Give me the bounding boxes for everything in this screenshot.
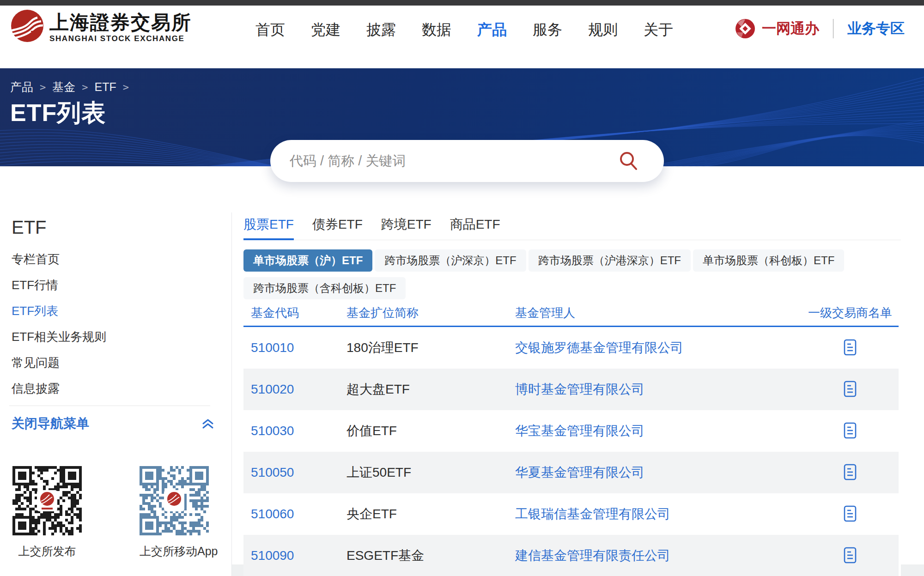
sidebar-menu: 专栏首页ETF行情ETF列表ETF相关业务规则常见问题信息披露	[12, 246, 213, 401]
qr-image	[12, 466, 82, 535]
dealer-list-cell	[802, 545, 899, 567]
sidebar-item-6[interactable]: 信息披露	[12, 376, 213, 401]
fund-manager-link[interactable]: 博时基金管理有限公司	[515, 381, 802, 398]
document-list-icon	[844, 547, 857, 564]
breadcrumb-item[interactable]: 产品	[10, 79, 33, 95]
dealer-list-cell	[802, 337, 899, 359]
fund-manager-link[interactable]: 华夏基金管理有限公司	[515, 464, 802, 481]
tab-3[interactable]: 跨境ETF	[381, 210, 432, 240]
table-row: 510020超大盘ETF博时基金管理有限公司	[243, 369, 899, 410]
document-list-icon	[844, 422, 857, 439]
document-list-icon	[844, 464, 857, 480]
dealer-list-button[interactable]	[842, 420, 858, 442]
page-title: ETF列表	[10, 97, 106, 129]
nav-item-3[interactable]: 披露	[366, 19, 396, 40]
fund-code-link[interactable]: 510090	[251, 548, 346, 563]
filter-button-1[interactable]: 单市场股票（沪）ETF	[243, 249, 372, 272]
dealer-list-button[interactable]	[842, 337, 858, 359]
sse-logo[interactable]: 上海證券交易所 SHANGHAI STOCK EXCHANGE	[11, 9, 192, 43]
document-list-icon	[844, 381, 857, 397]
nav-item-2[interactable]: 党建	[311, 19, 340, 40]
filter-button-5[interactable]: 跨市场股票（含科创板）ETF	[243, 277, 406, 299]
column-header-3: 基金管理人	[515, 305, 802, 321]
breadcrumb-separator: >	[82, 81, 88, 93]
search-bar	[270, 140, 664, 182]
qr-code-wechat: 上交所发布	[12, 466, 82, 559]
nav-item-8[interactable]: 关于	[644, 19, 673, 40]
fund-manager-link[interactable]: 建信基金管理有限责任公司	[515, 547, 802, 564]
filter-button-2[interactable]: 跨市场股票（沪深京）ETF	[375, 249, 526, 272]
nav-item-5[interactable]: 产品	[477, 19, 507, 40]
fund-name: 价值ETF	[346, 422, 515, 440]
table-body: 510010180治理ETF交银施罗德基金管理有限公司510020超大盘ETF博…	[243, 327, 899, 576]
breadcrumb-item[interactable]: 基金	[52, 79, 75, 95]
sse-logo-icon	[11, 9, 44, 42]
search-icon	[618, 150, 640, 172]
dealer-list-button[interactable]	[842, 545, 858, 567]
fund-manager-link[interactable]: 交银施罗德基金管理有限公司	[515, 339, 802, 357]
table-row: 510090ESGETF基金建信基金管理有限责任公司	[243, 535, 899, 576]
fund-code-link[interactable]: 510010	[251, 340, 346, 355]
dealer-list-button[interactable]	[842, 462, 858, 484]
sidebar-item-5[interactable]: 常见问题	[12, 350, 213, 376]
fund-name: ESGETF基金	[346, 547, 515, 564]
document-list-icon	[844, 505, 857, 522]
dealer-list-button[interactable]	[842, 379, 858, 400]
sidebar-divider	[9, 406, 210, 406]
market-filter-group: 单市场股票（沪）ETF跨市场股票（沪深京）ETF跨市场股票（沪港深京）ETF单市…	[243, 249, 901, 299]
chevron-double-up-icon	[201, 418, 215, 429]
search-button[interactable]	[618, 150, 640, 172]
site-header: 上海證券交易所 SHANGHAI STOCK EXCHANGE 首页党建披露数据…	[0, 6, 924, 68]
fund-name: 超大盘ETF	[346, 381, 515, 398]
fund-code-link[interactable]: 510020	[251, 382, 346, 397]
fund-manager-link[interactable]: 工银瑞信基金管理有限公司	[515, 505, 802, 523]
dealer-list-cell	[802, 462, 899, 484]
breadcrumb: 产品>基金>ETF>	[10, 79, 129, 95]
qr-code-mobile-app: 上交所移动App	[140, 466, 209, 559]
filter-button-3[interactable]: 跨市场股票（沪港深京）ETF	[529, 249, 691, 272]
dealer-list-cell	[802, 379, 899, 400]
sidebar-heading: ETF	[12, 217, 47, 238]
business-zone-link[interactable]: 业务专区	[847, 19, 905, 38]
qr-row: 上交所发布上交所移动App	[12, 466, 209, 559]
table-row: 510060央企ETF工银瑞信基金管理有限公司	[243, 493, 899, 535]
fund-name: 上证50ETF	[346, 464, 515, 481]
breadcrumb-separator: >	[123, 81, 129, 93]
nav-item-1[interactable]: 首页	[255, 19, 285, 40]
nav-item-7[interactable]: 规则	[588, 19, 618, 40]
search-input[interactable]	[290, 153, 618, 169]
nav-item-4[interactable]: 数据	[422, 19, 451, 40]
table-row: 510050上证50ETF华夏基金管理有限公司	[243, 452, 899, 493]
column-header-4: 一级交易商名单	[802, 305, 899, 321]
nav-item-6[interactable]: 服务	[533, 19, 562, 40]
tab-4[interactable]: 商品ETF	[450, 210, 500, 240]
dealer-list-button[interactable]	[842, 503, 858, 525]
column-header-1: 基金代码	[251, 305, 346, 321]
portal-label: 一网通办	[762, 19, 819, 38]
fund-name: 180治理ETF	[346, 339, 515, 357]
collapse-nav-button[interactable]: 关闭导航菜单	[12, 413, 215, 434]
fund-manager-link[interactable]: 华宝基金管理有限公司	[515, 422, 802, 440]
fund-code-link[interactable]: 510030	[251, 424, 346, 438]
sidebar-item-4[interactable]: ETF相关业务规则	[12, 324, 213, 350]
tab-2[interactable]: 债券ETF	[312, 210, 363, 240]
sidebar-item-2[interactable]: ETF行情	[12, 272, 213, 298]
breadcrumb-separator: >	[40, 81, 46, 93]
column-header-2: 基金扩位简称	[346, 305, 515, 321]
fund-code-link[interactable]: 510050	[251, 465, 346, 480]
main-nav: 首页党建披露数据产品服务规则关于	[255, 19, 673, 40]
fund-code-link[interactable]: 510060	[251, 507, 346, 521]
sidebar-item-3[interactable]: ETF列表	[12, 298, 213, 324]
portal-link[interactable]: 一网通办	[735, 18, 819, 39]
etf-category-tabs: 股票ETF债券ETF跨境ETF商品ETF	[243, 210, 901, 240]
fund-name: 央企ETF	[346, 505, 515, 523]
table-row: 510010180治理ETF交银施罗德基金管理有限公司	[243, 327, 899, 369]
sidebar-item-1[interactable]: 专栏首页	[12, 246, 213, 272]
filter-button-4[interactable]: 单市场股票（科创板）ETF	[693, 249, 844, 272]
breadcrumb-item[interactable]: ETF	[95, 80, 116, 94]
tab-1[interactable]: 股票ETF	[243, 210, 294, 240]
qr-label: 上交所发布	[12, 544, 82, 559]
main-content: 股票ETF债券ETF跨境ETF商品ETF 单市场股票（沪）ETF跨市场股票（沪深…	[243, 185, 901, 576]
logo-title: 上海證券交易所	[49, 12, 192, 33]
dealer-list-cell	[802, 503, 899, 525]
